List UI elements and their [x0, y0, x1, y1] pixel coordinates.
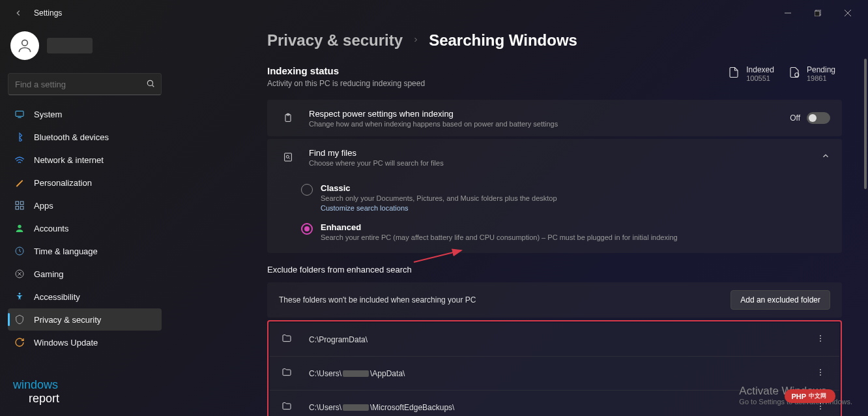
search-box — [8, 73, 162, 95]
sidebar: SystemBluetooth & devicesNetwork & inter… — [0, 26, 169, 416]
findfiles-title: Find my files — [309, 148, 821, 158]
indexing-status-sub: Activity on this PC is reducing indexing… — [267, 79, 728, 88]
sidebar-item-label: System — [34, 110, 62, 119]
svg-rect-8 — [16, 111, 23, 116]
sidebar-item-apps[interactable]: Apps — [8, 194, 162, 216]
folder-icon — [282, 333, 300, 346]
customize-link[interactable]: Customize search locations — [321, 204, 830, 212]
accounts-icon — [14, 223, 25, 233]
power-sub: Change how and when indexing happens bas… — [309, 120, 790, 128]
close-button[interactable] — [833, 3, 863, 23]
sidebar-item-label: Accounts — [34, 224, 68, 233]
sidebar-item-gaming[interactable]: Gaming — [8, 263, 162, 285]
exclude-section-title: Exclude folders from enhanced search — [267, 265, 842, 275]
svg-point-34 — [820, 408, 821, 409]
svg-point-28 — [820, 340, 821, 342]
svg-point-14 — [18, 225, 21, 228]
network-icon — [14, 155, 25, 165]
svg-point-6 — [147, 80, 152, 85]
sidebar-item-label: Time & language — [34, 246, 98, 256]
user-name-placeholder — [47, 38, 93, 53]
folder-icon — [282, 367, 300, 380]
radio-enhanced[interactable]: Enhanced Search your entire PC (may affe… — [301, 217, 842, 246]
stat-indexed-value: 100551 — [746, 74, 774, 82]
sidebar-item-system[interactable]: System — [8, 103, 162, 125]
exclude-header-row: These folders won't be included when sea… — [267, 282, 842, 318]
accessibility-icon — [14, 291, 25, 302]
toggle-state-label: Off — [790, 113, 800, 123]
power-settings-row[interactable]: Respect power settings when indexing Cha… — [267, 100, 842, 136]
search-icon — [146, 79, 155, 91]
clipboard-icon — [279, 113, 297, 123]
svg-rect-13 — [20, 206, 23, 209]
sidebar-item-time-language[interactable]: Time & language — [8, 240, 162, 262]
excluded-folder-row[interactable]: C:\ProgramData\ — [270, 323, 839, 357]
power-toggle[interactable] — [807, 112, 830, 124]
sidebar-item-label: Personalization — [34, 178, 92, 188]
sidebar-item-privacy-security[interactable]: Privacy & security — [8, 308, 162, 331]
sidebar-item-network-internet[interactable]: Network & internet — [8, 149, 162, 171]
svg-rect-23 — [285, 153, 292, 161]
minimize-button[interactable] — [773, 3, 803, 23]
svg-point-26 — [820, 335, 821, 336]
breadcrumb-parent[interactable]: Privacy & security — [267, 31, 403, 50]
svg-rect-10 — [16, 201, 19, 205]
vertical-scrollbar[interactable] — [864, 26, 867, 413]
exclude-header-text: These folders won't be included when sea… — [279, 295, 731, 305]
maximize-button[interactable] — [803, 3, 833, 23]
chevron-right-icon — [412, 35, 420, 46]
update-icon — [14, 337, 25, 348]
sidebar-item-label: Gaming — [34, 269, 64, 279]
svg-point-27 — [820, 338, 821, 339]
app-title: Settings — [34, 8, 62, 18]
svg-point-19 — [19, 293, 21, 295]
stat-pending-label: Pending — [807, 65, 835, 74]
windows-report-logo: windows report — [13, 378, 59, 406]
findfiles-sub: Choose where your PC will search for fil… — [309, 159, 821, 167]
sidebar-item-bluetooth-devices[interactable]: Bluetooth & devices — [8, 126, 162, 148]
sidebar-item-label: Privacy & security — [34, 315, 101, 325]
svg-point-33 — [820, 406, 821, 407]
chevron-up-icon — [821, 151, 830, 163]
more-options-button[interactable] — [813, 365, 828, 382]
system-icon — [14, 109, 25, 119]
sidebar-item-accessibility[interactable]: Accessibility — [8, 286, 162, 308]
svg-rect-11 — [20, 201, 23, 205]
sidebar-item-label: Bluetooth & devices — [34, 132, 109, 142]
radio-icon-selected — [301, 223, 313, 235]
time-icon — [14, 246, 25, 256]
stat-indexed-label: Indexed — [746, 65, 774, 74]
enhanced-sub: Search your entire PC (may affect batter… — [321, 233, 830, 241]
radio-classic[interactable]: Classic Search only your Documents, Pict… — [301, 178, 842, 217]
sidebar-item-accounts[interactable]: Accounts — [8, 217, 162, 239]
power-title: Respect power settings when indexing — [309, 109, 790, 119]
svg-rect-2 — [815, 11, 820, 16]
sidebar-item-label: Apps — [34, 201, 53, 211]
search-input[interactable] — [8, 73, 162, 95]
folder-path: C:\Users\\MicrosoftEdgeBackups\ — [309, 403, 813, 412]
find-my-files-row[interactable]: Find my files Choose where your PC will … — [267, 139, 842, 175]
privacy-icon — [14, 314, 25, 325]
indexed-icon — [728, 67, 740, 81]
svg-point-5 — [22, 40, 28, 46]
user-account-row[interactable] — [8, 29, 162, 63]
enhanced-title: Enhanced — [321, 222, 830, 232]
classic-title: Classic — [321, 183, 830, 193]
apps-icon — [14, 200, 25, 211]
sidebar-item-label: Network & internet — [34, 155, 104, 165]
svg-point-30 — [820, 372, 821, 373]
php-badge: PHP中文网 — [785, 389, 835, 403]
back-button[interactable] — [10, 5, 26, 21]
avatar — [10, 31, 39, 60]
add-excluded-folder-button[interactable]: Add an excluded folder — [731, 290, 830, 310]
folder-icon — [282, 401, 300, 414]
sidebar-item-windows-update[interactable]: Windows Update — [8, 331, 162, 353]
stat-pending-value: 19861 — [807, 74, 835, 82]
folder-path: C:\Users\\AppData\ — [309, 369, 813, 378]
main-content: Privacy & security Searching Windows Ind… — [169, 26, 868, 416]
sidebar-item-personalization[interactable]: Personalization — [8, 171, 162, 194]
svg-line-7 — [152, 85, 154, 87]
sidebar-item-label: Accessibility — [34, 292, 80, 302]
more-options-button[interactable] — [813, 331, 828, 348]
svg-point-31 — [820, 374, 821, 376]
